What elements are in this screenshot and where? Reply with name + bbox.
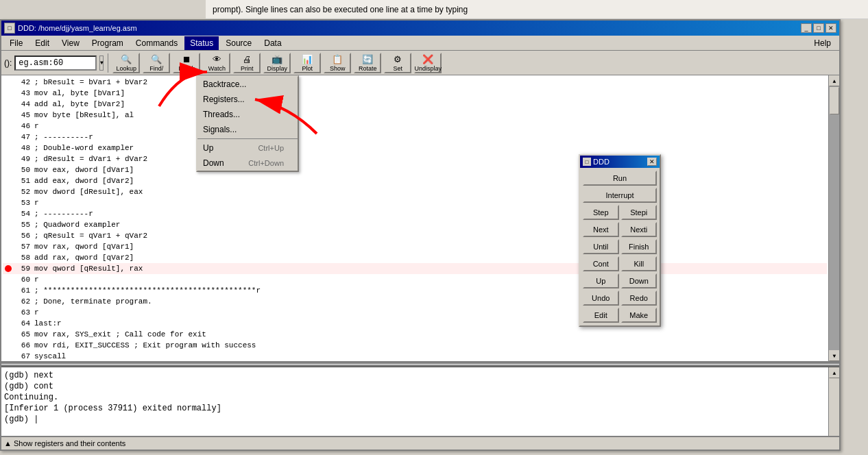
toolbar-set-btn[interactable]: ⚙ Set	[384, 53, 411, 73]
dropdown-threads[interactable]: Threads...	[197, 107, 298, 122]
line-num-66: 66	[14, 340, 34, 351]
toolbar-rotate-btn[interactable]: 🔄 Rotate	[354, 53, 381, 73]
source-wrapper: 42 ; bResult = bVar1 + bVar2 43 mov al, …	[1, 75, 839, 364]
title-bar: □ DDD: /home/djj/yasm_learn/eg.asm _ □ ✕	[1, 21, 839, 36]
ddd-finish-btn[interactable]: Finish	[621, 239, 658, 254]
menu-commands[interactable]: Commands	[130, 36, 183, 50]
source-scroll-down-btn[interactable]: ▼	[829, 350, 839, 361]
ddd-down-btn[interactable]: Down	[621, 273, 658, 288]
menu-data[interactable]: Data	[258, 36, 287, 50]
source-line-67: 67 syscall	[3, 351, 827, 362]
console-line-1: (gdb) next	[4, 370, 825, 381]
ddd-close-button[interactable]: ✕	[647, 158, 657, 166]
line-content-49: ; dResult = dVar1 + dVar2	[34, 153, 827, 164]
ddd-kill-btn[interactable]: Kill	[621, 256, 658, 271]
source-line-46: 46 r	[3, 121, 827, 132]
title-buttons: _ □ ✕	[801, 23, 836, 33]
line-num-50: 50	[14, 164, 34, 175]
toolbar-display-btn[interactable]: 📺 Display	[263, 53, 291, 73]
toolbar-input-arrow[interactable]: ▼	[99, 56, 104, 71]
line-num-45: 45	[14, 110, 34, 121]
toolbar-label: ():	[4, 58, 12, 68]
line-bp-54	[3, 209, 14, 219]
ddd-nexti-btn[interactable]: Nexti	[621, 222, 658, 237]
menu-file[interactable]: File	[4, 36, 28, 50]
line-content-45: mov byte [bResult], al	[34, 110, 827, 121]
menu-status[interactable]: Status	[184, 36, 219, 50]
ddd-run-btn[interactable]: Run	[583, 171, 657, 186]
menu-help[interactable]: Help	[808, 36, 836, 50]
status-dropdown-menu: Backtrace... Registers... Threads... Sig…	[196, 75, 299, 172]
ddd-undo-btn[interactable]: Undo	[583, 291, 619, 306]
console-scroll-up-btn[interactable]: ▲	[829, 367, 839, 378]
menu-view[interactable]: View	[56, 36, 85, 50]
line-bp-43	[3, 88, 14, 98]
dropdown-signals[interactable]: Signals...	[197, 122, 298, 137]
source-line-66: 66 mov rdi, EXIT_SUCCESS ; Exit program …	[3, 340, 827, 351]
line-bp-51	[3, 176, 14, 186]
line-bp-63	[3, 308, 14, 317]
dropdown-down-shortcut: Ctrl+Down	[248, 159, 284, 167]
dropdown-registers[interactable]: Registers...	[197, 92, 298, 107]
dropdown-down[interactable]: Down Ctrl+Down	[197, 156, 298, 171]
line-num-48: 48	[14, 143, 34, 153]
source-vscrollbar[interactable]: ▲ ▼	[828, 75, 839, 361]
find-icon: 🔍	[151, 54, 162, 64]
line-content-61: ; **************************************…	[34, 285, 827, 296]
menu-edit[interactable]: Edit	[29, 36, 55, 50]
line-num-42: 42	[14, 77, 34, 88]
dropdown-backtrace[interactable]: Backtrace...	[197, 77, 298, 92]
toolbar-print-btn[interactable]: 🖨 Print	[233, 53, 261, 73]
dropdown-registers-label: Registers...	[203, 95, 245, 104]
window-icon[interactable]: □	[4, 23, 15, 34]
line-content-59: mov qword [qResult], rax	[34, 263, 827, 274]
toolbar-show-btn[interactable]: 📋 Show	[324, 53, 351, 73]
source-scroll-up-btn[interactable]: ▲	[829, 75, 839, 86]
ddd-cont-btn[interactable]: Cont	[583, 256, 619, 271]
line-bp-45	[3, 110, 14, 120]
close-button[interactable]: ✕	[825, 23, 836, 33]
toolbar-input[interactable]	[14, 56, 97, 71]
line-num-60: 60	[14, 274, 34, 285]
ddd-up-btn[interactable]: Up	[583, 273, 619, 288]
toolbar-watch-btn[interactable]: 👁 Watch	[203, 53, 230, 73]
status-bar-text: ▲ Show registers and their contents	[4, 439, 125, 447]
source-scroll-thumb[interactable]	[830, 87, 839, 114]
dropdown-down-label: Down	[203, 158, 224, 168]
plot-label: Plot	[302, 65, 313, 72]
ddd-interrupt-btn[interactable]: Interrupt	[583, 188, 657, 203]
dropdown-up[interactable]: Up Ctrl+Up	[197, 140, 298, 156]
toolbar-plot-btn[interactable]: 📊 Plot	[293, 53, 321, 73]
ddd-until-btn[interactable]: Until	[583, 239, 619, 254]
ddd-make-btn[interactable]: Make	[621, 308, 658, 323]
line-content-54: ; ----------r	[34, 208, 827, 219]
display-label: Display	[267, 65, 288, 72]
ddd-redo-btn[interactable]: Redo	[621, 291, 658, 306]
undisplay-icon: ❌	[422, 54, 433, 64]
toolbar-separator-1	[108, 53, 108, 73]
maximize-button[interactable]: □	[813, 23, 824, 33]
toolbar-break-btn[interactable]: ⏹ Break	[173, 53, 200, 73]
ddd-title-text: DDD	[593, 158, 610, 166]
menu-bar: File Edit View Program Commands Status S…	[1, 36, 839, 51]
line-num-58: 58	[14, 252, 34, 263]
toolbar-lookup-btn[interactable]: 🔍 Lookup	[112, 53, 140, 73]
toolbar: (): ▼ 🔍 Lookup 🔍 Find/ ⏹ Break 👁 Watch 🖨…	[1, 51, 839, 75]
line-content-44: add al, byte [bVar2]	[34, 99, 827, 110]
source-line-52: 52 mov dword [dResult], eax	[3, 186, 827, 197]
ddd-next-btn[interactable]: Next	[583, 222, 619, 237]
line-num-64: 64	[14, 318, 34, 329]
toolbar-undisplay-btn[interactable]: ❌ Undisplay	[414, 53, 442, 73]
toolbar-find-btn[interactable]: 🔍 Find/	[143, 53, 170, 73]
menu-program[interactable]: Program	[86, 36, 129, 50]
console-line-3: Continuing.	[4, 392, 825, 403]
menu-source[interactable]: Source	[220, 36, 257, 50]
source-line-57: 57 mov rax, qword [qVar1]	[3, 241, 827, 252]
ddd-stepi-btn[interactable]: Stepi	[621, 205, 658, 220]
top-annotation-bar: prompt). Single lines can also be execut…	[206, 0, 868, 19]
ddd-step-btn[interactable]: Step	[583, 205, 619, 220]
main-content: 42 ; bResult = bVar1 + bVar2 43 mov al, …	[1, 75, 839, 450]
ddd-edit-btn[interactable]: Edit	[583, 308, 619, 323]
dropdown-sep-1	[197, 138, 298, 139]
minimize-button[interactable]: _	[801, 23, 812, 33]
